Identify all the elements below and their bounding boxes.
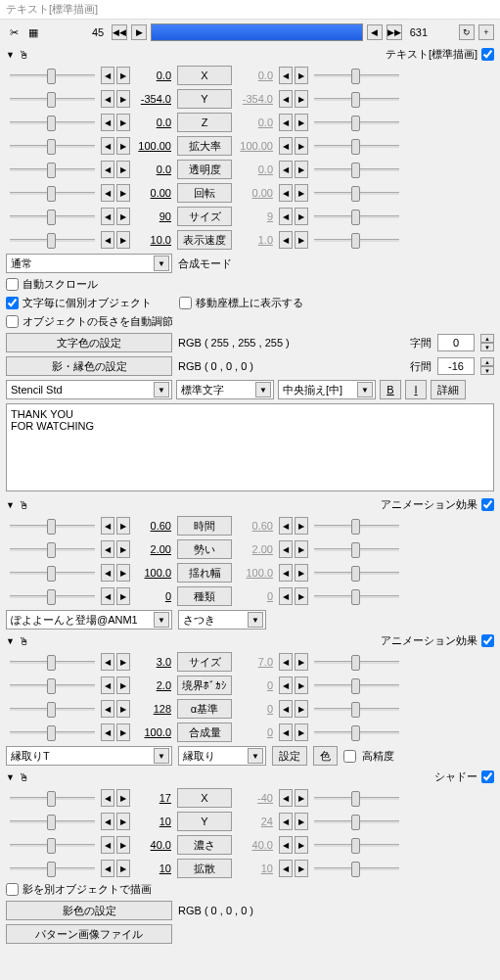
decrement-button[interactable]: ◀ bbox=[279, 137, 293, 155]
param-name-button[interactable]: 濃さ bbox=[177, 835, 232, 855]
slider-left[interactable] bbox=[6, 517, 99, 535]
slider-left[interactable] bbox=[6, 813, 99, 830]
text-color-button[interactable]: 文字色の設定 bbox=[6, 333, 172, 352]
ffwd-icon[interactable]: ▶▶ bbox=[386, 24, 402, 40]
increment-button[interactable]: ▶ bbox=[116, 540, 130, 558]
decrement-button[interactable]: ◀ bbox=[101, 860, 114, 877]
mouse-icon[interactable]: 🖱 bbox=[19, 771, 29, 783]
value-right[interactable]: 9 bbox=[234, 210, 277, 222]
increment-button[interactable]: ▶ bbox=[116, 836, 130, 854]
value-right[interactable]: 100.0 bbox=[234, 567, 277, 579]
increment-button[interactable]: ▶ bbox=[116, 517, 130, 535]
decrement-button[interactable]: ◀ bbox=[101, 161, 114, 178]
slider-right[interactable] bbox=[310, 137, 403, 155]
increment-button[interactable]: ▶ bbox=[295, 161, 308, 178]
decrement-button[interactable]: ◀ bbox=[101, 67, 114, 84]
decrement-button[interactable]: ◀ bbox=[101, 836, 114, 854]
increment-button[interactable]: ▶ bbox=[295, 184, 308, 202]
param-name-button[interactable]: 透明度 bbox=[177, 160, 232, 179]
slider-left[interactable] bbox=[6, 184, 99, 202]
slider-left[interactable] bbox=[6, 540, 99, 558]
slider-left[interactable] bbox=[6, 700, 99, 718]
section-text-enable[interactable] bbox=[481, 48, 494, 61]
increment-button[interactable]: ▶ bbox=[295, 540, 308, 558]
param-name-button[interactable]: サイズ bbox=[177, 207, 232, 226]
decrement-button[interactable]: ◀ bbox=[101, 231, 114, 249]
value-right[interactable]: 0.0 bbox=[234, 70, 277, 81]
slider-right[interactable] bbox=[310, 114, 403, 131]
separate-shadow-check[interactable] bbox=[6, 883, 19, 896]
slider-right[interactable] bbox=[310, 564, 403, 582]
slider-left[interactable] bbox=[6, 208, 99, 225]
increment-button[interactable]: ▶ bbox=[116, 208, 130, 225]
decrement-button[interactable]: ◀ bbox=[101, 540, 114, 558]
value-left[interactable]: 0.0 bbox=[132, 163, 175, 175]
increment-button[interactable]: ▶ bbox=[116, 564, 130, 582]
anim1-sub-combo[interactable]: さつき▼ bbox=[178, 610, 266, 630]
slider-right[interactable] bbox=[310, 789, 403, 807]
increment-button[interactable]: ▶ bbox=[295, 677, 308, 694]
slider-right[interactable] bbox=[310, 813, 403, 830]
value-right[interactable]: 2.00 bbox=[234, 543, 277, 555]
value-left[interactable]: 2.00 bbox=[132, 543, 175, 555]
value-right[interactable]: 0.00 bbox=[234, 187, 277, 199]
increment-button[interactable]: ▶ bbox=[116, 860, 130, 877]
grid-icon[interactable]: ▦ bbox=[25, 24, 41, 40]
param-name-button[interactable]: 境界ﾎﾞｶｼ bbox=[177, 676, 232, 695]
section-anim2-enable[interactable] bbox=[481, 634, 494, 647]
shadow-settings-button[interactable]: 影色の設定 bbox=[6, 901, 172, 920]
value-right[interactable]: 100.00 bbox=[234, 140, 277, 152]
increment-button[interactable]: ▶ bbox=[295, 789, 308, 807]
param-name-button[interactable]: X bbox=[177, 66, 232, 85]
param-name-button[interactable]: X bbox=[177, 788, 232, 808]
rewind-icon[interactable]: ◀◀ bbox=[112, 24, 127, 40]
value-right[interactable]: 24 bbox=[234, 816, 277, 827]
increment-button[interactable]: ▶ bbox=[116, 587, 130, 605]
increment-button[interactable]: ▶ bbox=[295, 114, 308, 131]
increment-button[interactable]: ▶ bbox=[116, 137, 130, 155]
slider-right[interactable] bbox=[310, 836, 403, 854]
spacing-spinner[interactable]: ▲▼ bbox=[480, 334, 494, 351]
decrement-button[interactable]: ◀ bbox=[279, 860, 293, 877]
value-right[interactable]: 40.0 bbox=[234, 839, 277, 851]
increment-button[interactable]: ▶ bbox=[295, 723, 308, 741]
decrement-button[interactable]: ◀ bbox=[279, 231, 293, 249]
weight-combo[interactable]: 標準文字▼ bbox=[176, 380, 274, 399]
decrement-button[interactable]: ◀ bbox=[101, 653, 114, 671]
value-left[interactable]: 2.0 bbox=[132, 679, 175, 691]
slider-left[interactable] bbox=[6, 231, 99, 249]
value-left[interactable]: 0.60 bbox=[132, 520, 175, 532]
param-name-button[interactable]: サイズ bbox=[177, 652, 232, 672]
value-left[interactable]: 90 bbox=[132, 210, 175, 222]
param-name-button[interactable]: 拡散 bbox=[177, 859, 232, 878]
value-right[interactable]: 0 bbox=[234, 679, 277, 691]
increment-button[interactable]: ▶ bbox=[116, 653, 130, 671]
line-input[interactable] bbox=[437, 357, 475, 375]
slider-right[interactable] bbox=[310, 723, 403, 741]
step-back-icon[interactable]: ▶ bbox=[131, 24, 147, 40]
collapse-icon[interactable]: ▼ bbox=[6, 636, 15, 646]
detail-button[interactable]: 詳細 bbox=[431, 380, 466, 399]
slider-left[interactable] bbox=[6, 677, 99, 694]
add-icon[interactable]: + bbox=[478, 24, 494, 40]
slider-left[interactable] bbox=[6, 723, 99, 741]
increment-button[interactable]: ▶ bbox=[116, 723, 130, 741]
decrement-button[interactable]: ◀ bbox=[279, 700, 293, 718]
value-left[interactable]: 40.0 bbox=[132, 839, 175, 851]
slider-right[interactable] bbox=[310, 540, 403, 558]
perchar-check[interactable] bbox=[6, 297, 19, 309]
anim2-color-button[interactable]: 色 bbox=[313, 746, 338, 766]
shadow-color-button[interactable]: 影・縁色の設定 bbox=[6, 356, 172, 376]
value-right[interactable]: -354.0 bbox=[234, 93, 277, 105]
value-right[interactable]: -40 bbox=[234, 792, 277, 804]
collapse-icon[interactable]: ▼ bbox=[6, 50, 15, 60]
decrement-button[interactable]: ◀ bbox=[279, 677, 293, 694]
slider-left[interactable] bbox=[6, 587, 99, 605]
increment-button[interactable]: ▶ bbox=[295, 564, 308, 582]
line-spinner[interactable]: ▲▼ bbox=[480, 357, 494, 375]
slider-right[interactable] bbox=[310, 67, 403, 84]
anim2-settings-button[interactable]: 設定 bbox=[272, 746, 307, 766]
param-name-button[interactable]: 回転 bbox=[177, 183, 232, 203]
decrement-button[interactable]: ◀ bbox=[279, 813, 293, 830]
increment-button[interactable]: ▶ bbox=[295, 813, 308, 830]
